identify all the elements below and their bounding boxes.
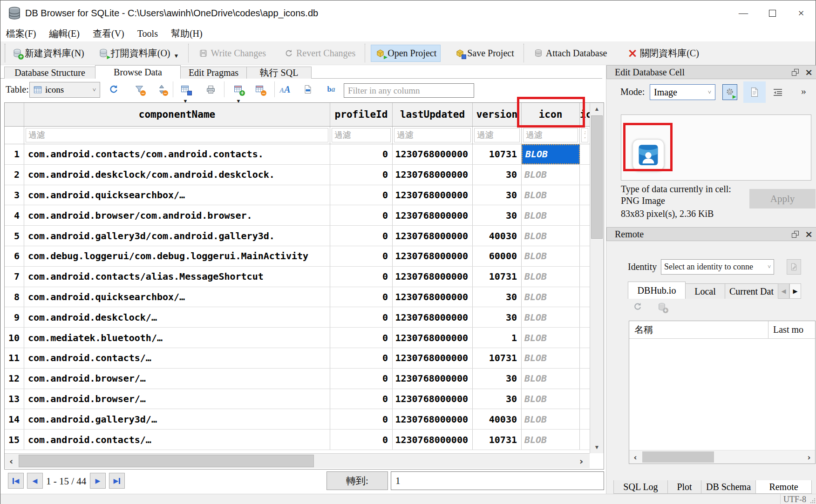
menu-help[interactable]: 幫助(H) [171,27,203,40]
cell-rownum[interactable]: 7 [5,267,24,287]
cell-lastUpdated[interactable]: 1230768000000 [393,307,473,327]
cell-componentName[interactable]: com.debug.loggerui/com.debug.loggerui.Ma… [24,246,330,266]
cell-rownum[interactable]: 11 [5,348,24,368]
cell-profileId[interactable]: 0 [330,226,393,246]
cell-lastUpdated[interactable]: 1230768000000 [393,348,473,368]
cell-lastUpdated[interactable]: 1230768000000 [393,144,473,164]
tab-execute-sql[interactable]: 執行 SQL [246,67,312,79]
minimize-button[interactable]: — [729,0,758,26]
horizontal-scrollbar-thumb[interactable] [19,455,314,467]
cell-profileId[interactable]: 0 [330,165,393,185]
cell-partial[interactable] [580,287,590,307]
insert-record-button[interactable]: + ▼ [231,82,245,96]
cell-partial[interactable] [580,205,590,225]
cell-icon[interactable]: BLOB [522,165,580,185]
cell-icon[interactable]: BLOB [522,430,580,450]
cell-partial[interactable] [580,226,590,246]
cell-lastUpdated[interactable]: 1230768000000 [393,205,473,225]
last-record-button[interactable]: ▶ [109,473,125,489]
cell-version[interactable]: 40030 [473,409,522,429]
refresh-button[interactable] [107,82,121,96]
encoding-indicator[interactable]: UTF-8 [780,494,806,504]
open-database-button[interactable]: ▸ 打開資料庫(O) ▼ [95,44,183,62]
close-button[interactable]: × [787,0,816,26]
import-data-button[interactable]: ▸ [722,84,737,100]
cell-profileId[interactable]: 0 [330,389,393,409]
header-version[interactable]: version [473,103,522,126]
attach-database-button[interactable]: Attach Database [530,45,611,61]
filter-componentName-input[interactable] [26,128,328,142]
menu-tools[interactable]: Tools [137,28,158,39]
scroll-left-icon[interactable]: ‹ [5,454,18,469]
tab-remote[interactable]: Remote [755,480,812,494]
menu-edit[interactable]: 編輯(E) [49,27,80,40]
tab-browse-data[interactable]: Browse Data [95,65,181,79]
mode-select[interactable]: Image ˅ [650,84,715,100]
cell-profileId[interactable]: 0 [330,205,393,225]
cell-icon[interactable]: BLOB [522,328,580,348]
tab-plot[interactable]: Plot [667,480,701,494]
tab-database-structure[interactable]: Database Structure [4,67,95,79]
cell-partial[interactable] [580,185,590,205]
cell-profileId[interactable]: 0 [330,409,393,429]
tab-edit-pragmas[interactable]: Edit Pragmas [180,67,247,79]
float-panel-icon[interactable] [792,231,799,238]
find-in-cells-button[interactable] [301,82,315,96]
cell-icon[interactable]: BLOB [522,185,580,205]
tab-scroll-right-icon[interactable]: ▶ [789,283,801,299]
cell-rownum[interactable]: 9 [5,307,24,327]
cell-version[interactable]: 10731 [473,430,522,450]
cell-icon[interactable]: BLOB [522,226,580,246]
cell-profileId[interactable]: 0 [330,328,393,348]
filter-profileId-input[interactable] [332,128,391,142]
cell-rownum[interactable]: 12 [5,369,24,389]
cell-partial[interactable] [580,246,590,266]
open-project-button[interactable]: ▸ Open Project [371,45,441,62]
cell-icon[interactable]: BLOB [522,144,580,164]
remote-clone-database-icon[interactable]: + [657,302,667,312]
cell-componentName[interactable]: com.android.browser/com.android.browser. [24,205,330,225]
tab-db-schema[interactable]: DB Schema [701,480,756,494]
filter-lastUpdated-input[interactable] [394,128,471,142]
cell-componentName[interactable]: com.android.contacts/com.android.contact… [24,144,330,164]
cell-version[interactable]: 1 [473,328,522,348]
header-lastUpdated[interactable]: lastUpdated [393,103,473,126]
cell-lastUpdated[interactable]: 1230768000000 [393,287,473,307]
cell-icon[interactable]: BLOB [522,287,580,307]
tab-local[interactable]: Local [685,283,725,299]
cell-componentName[interactable]: com.android.contacts/… [24,430,330,450]
table-select[interactable]: icons ˅ [29,82,100,98]
tab-dbhub[interactable]: DBHub.io [628,282,686,299]
scroll-right-icon[interactable]: › [803,450,815,464]
goto-record-input[interactable] [391,471,604,490]
new-database-button[interactable]: + 新建資料庫(N) [8,44,88,62]
cell-rownum[interactable]: 1 [5,144,24,164]
cell-lastUpdated[interactable]: 1230768000000 [393,185,473,205]
tab-current-database[interactable]: Current Dat [725,283,778,299]
cell-componentName[interactable]: com.android.contacts/… [24,348,330,368]
open-database-dropdown-icon[interactable]: ▼ [174,53,179,60]
cell-rownum[interactable]: 13 [5,389,24,409]
manage-identities-button[interactable] [787,259,801,275]
cell-profileId[interactable]: 0 [330,185,393,205]
cell-partial[interactable] [580,389,590,409]
cell-lastUpdated[interactable]: 1230768000000 [393,409,473,429]
cell-rownum[interactable]: 2 [5,165,24,185]
cell-version[interactable]: 30 [473,205,522,225]
cell-partial[interactable] [580,348,590,368]
close-panel-icon[interactable]: × [805,67,813,78]
cell-version[interactable]: 30 [473,389,522,409]
cell-profileId[interactable]: 0 [330,348,393,368]
cell-profileId[interactable]: 0 [330,144,393,164]
text-mode-button[interactable] [743,81,766,103]
goto-button[interactable]: 轉到: [326,471,388,490]
cell-icon[interactable]: BLOB [522,205,580,225]
remote-list-header-name[interactable]: 名稱 [629,321,768,338]
header-profileId[interactable]: profileId [330,103,393,126]
cell-componentName[interactable]: com.android.contacts/alias.MessageShortc… [24,267,330,287]
filter-icon-input[interactable] [523,128,578,142]
cell-partial[interactable] [580,409,590,429]
cell-partial[interactable] [580,430,590,450]
vertical-scrollbar[interactable]: ▲ ▼ [590,103,604,453]
resize-grip[interactable] [810,498,816,504]
